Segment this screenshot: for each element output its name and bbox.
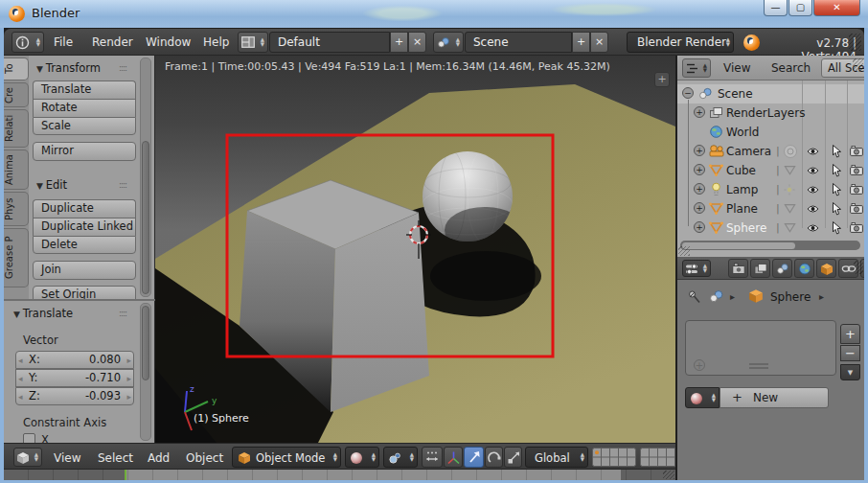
remove-material-slot-button[interactable]: − bbox=[840, 345, 860, 361]
tool-shelf-scrollbar[interactable] bbox=[140, 58, 151, 297]
delete-button[interactable]: Delete bbox=[33, 236, 136, 254]
visibility-eye-icon[interactable] bbox=[807, 166, 819, 175]
timeline-current-frame-marker[interactable] bbox=[125, 470, 126, 480]
rotate-manipulator-button[interactable] bbox=[485, 447, 503, 468]
material-browse-dropdown[interactable] bbox=[685, 387, 720, 408]
screen-layout-name-field[interactable]: Default bbox=[269, 32, 390, 53]
expand-icon[interactable]: + bbox=[694, 145, 705, 156]
timeline-resize-grip[interactable] bbox=[663, 471, 674, 479]
tab-render-layers[interactable] bbox=[750, 259, 770, 278]
breadcrumb-object-name[interactable]: Sphere bbox=[770, 290, 811, 304]
editor-type-selector-3dview[interactable] bbox=[13, 448, 42, 467]
scene-browse[interactable] bbox=[433, 32, 464, 53]
add-scene-button[interactable]: + bbox=[572, 32, 590, 53]
screen-layout-browse[interactable] bbox=[238, 32, 268, 53]
viewport-shading-dropdown[interactable] bbox=[345, 447, 379, 468]
redo-panel-scrollbar[interactable] bbox=[140, 303, 151, 441]
viewport-3d[interactable]: z y Frame:1 | Time:00:05.43 | Ve:494 Fa:… bbox=[155, 56, 675, 443]
edit-panel-header[interactable]: Edit bbox=[36, 178, 67, 192]
menu-help[interactable]: Help bbox=[203, 35, 229, 49]
outliner-row-plane[interactable]: + Plane | bbox=[677, 199, 864, 218]
decrement-arrow-icon[interactable]: ◂ bbox=[18, 353, 23, 369]
mirror-button[interactable]: Mirror bbox=[33, 142, 136, 161]
expand-icon[interactable]: + bbox=[694, 202, 705, 214]
pivot-point-dropdown[interactable] bbox=[383, 447, 418, 468]
duplicate-linked-button[interactable]: Duplicate Linked bbox=[33, 218, 136, 236]
expand-icon[interactable]: + bbox=[694, 221, 705, 233]
translate-button[interactable]: Translate bbox=[33, 80, 136, 99]
delete-screen-layout-button[interactable]: × bbox=[408, 32, 426, 53]
outliner-row-cube[interactable]: + Cube | bbox=[677, 161, 864, 180]
delete-scene-button[interactable]: × bbox=[590, 32, 608, 53]
timeline-strip[interactable] bbox=[4, 470, 675, 480]
pin-icon[interactable] bbox=[687, 289, 702, 305]
breadcrumb-scene-icon[interactable] bbox=[709, 289, 724, 304]
tab-scene[interactable] bbox=[772, 259, 792, 278]
new-material-button[interactable]: + New bbox=[720, 387, 829, 408]
selectability-cursor-icon[interactable] bbox=[832, 183, 841, 196]
properties-resize-grip[interactable] bbox=[854, 261, 863, 274]
selectability-cursor-icon[interactable] bbox=[832, 221, 841, 235]
editor-type-selector-info[interactable] bbox=[11, 32, 44, 53]
render-engine-dropdown[interactable]: Blender Render bbox=[627, 32, 734, 53]
collapse-icon[interactable]: − bbox=[682, 87, 694, 99]
selectability-cursor-icon[interactable] bbox=[832, 145, 841, 158]
outliner-row-sphere[interactable]: + Sphere | bbox=[677, 218, 864, 238]
visibility-eye-icon[interactable] bbox=[807, 185, 819, 195]
blender-splash-icon[interactable] bbox=[743, 34, 760, 51]
add-screen-layout-button[interactable]: + bbox=[390, 32, 408, 53]
header-resize-grip[interactable] bbox=[849, 34, 861, 51]
visibility-eye-icon[interactable] bbox=[807, 223, 819, 233]
set-origin-button[interactable]: Set Origin bbox=[33, 286, 136, 299]
render-restrict-camera-icon[interactable] bbox=[850, 222, 863, 233]
redo-panel-scrollbar-thumb[interactable] bbox=[142, 306, 149, 380]
editor-type-selector-outliner[interactable] bbox=[682, 58, 711, 78]
panel-drag-dots-icon[interactable] bbox=[119, 180, 126, 190]
maximize-button[interactable]: ▢ bbox=[788, 0, 812, 16]
visibility-eye-icon[interactable] bbox=[807, 147, 819, 156]
menu-render[interactable]: Render bbox=[92, 35, 133, 49]
outliner-hscrollbar-thumb[interactable] bbox=[682, 242, 795, 249]
title-bar[interactable]: Blender — ▢ ✕ bbox=[0, 0, 868, 28]
constraint-x-checkbox[interactable] bbox=[23, 433, 35, 443]
outliner-row-camera[interactable]: + Camera | bbox=[677, 142, 864, 161]
vector-z-field[interactable]: ◂ Z: -0.093 ▸ bbox=[15, 387, 134, 405]
menu-object[interactable]: Object bbox=[186, 451, 223, 465]
vector-x-field[interactable]: ◂ X: 0.080 ▸ bbox=[15, 351, 134, 369]
outliner-row-lamp[interactable]: + Lamp | bbox=[677, 180, 864, 199]
render-restrict-camera-icon[interactable] bbox=[850, 184, 863, 195]
region-expand-button[interactable]: + bbox=[654, 72, 670, 87]
material-slot-list[interactable]: + bbox=[685, 320, 836, 376]
breadcrumb-object-cube-icon[interactable] bbox=[748, 288, 764, 304]
minimize-button[interactable]: — bbox=[764, 0, 788, 16]
tab-render[interactable] bbox=[728, 259, 748, 278]
increment-arrow-icon[interactable]: ▸ bbox=[126, 389, 131, 405]
panel-drag-dots-icon[interactable] bbox=[119, 309, 126, 318]
expand-icon[interactable]: + bbox=[694, 106, 705, 118]
outliner-row-world[interactable]: World bbox=[677, 123, 864, 142]
slot-specials-dropdown[interactable]: ▼ bbox=[840, 364, 860, 380]
tab-object[interactable] bbox=[816, 259, 836, 278]
outliner-row-renderlayers[interactable]: + RenderLayers bbox=[677, 104, 864, 123]
tab-world[interactable] bbox=[794, 259, 814, 278]
scale-manipulator-button[interactable] bbox=[504, 447, 522, 468]
outliner-hscrollbar[interactable] bbox=[680, 241, 860, 250]
expand-icon[interactable]: + bbox=[694, 164, 705, 175]
outliner-corner-grip[interactable] bbox=[678, 246, 690, 256]
outliner-menu-view[interactable]: View bbox=[723, 61, 750, 75]
layer-buttons-group-1[interactable] bbox=[592, 448, 636, 467]
duplicate-button[interactable]: Duplicate bbox=[33, 199, 136, 218]
add-material-slot-button[interactable]: + bbox=[840, 324, 860, 344]
increment-arrow-icon[interactable]: ▸ bbox=[126, 353, 131, 369]
manipulator-axes-button[interactable] bbox=[444, 447, 463, 468]
menu-view[interactable]: View bbox=[54, 451, 80, 465]
expand-icon[interactable]: + bbox=[694, 183, 705, 195]
editor-type-selector-properties[interactable] bbox=[682, 260, 711, 277]
decrement-arrow-icon[interactable]: ◂ bbox=[18, 389, 23, 405]
increment-arrow-icon[interactable]: ▸ bbox=[126, 371, 131, 387]
scale-button[interactable]: Scale bbox=[33, 117, 136, 135]
layer-buttons-group-2[interactable] bbox=[640, 448, 675, 467]
transform-orientation-dropdown[interactable]: Global bbox=[525, 447, 588, 468]
close-button[interactable]: ✕ bbox=[813, 0, 860, 16]
render-restrict-camera-icon[interactable] bbox=[850, 146, 863, 156]
